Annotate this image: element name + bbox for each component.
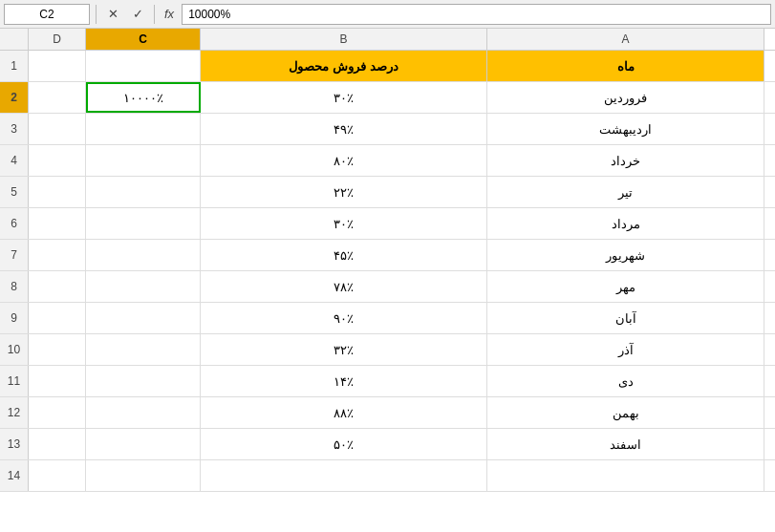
cell-d12[interactable] xyxy=(29,397,86,428)
table-row: 11 ۱۴٪ دی xyxy=(0,366,775,397)
cell-c6[interactable] xyxy=(86,208,201,239)
cell-b8[interactable]: ۷۸٪ xyxy=(201,271,487,302)
table-row: 1 درصد فروش محصول ماه xyxy=(0,51,775,82)
cell-d8[interactable] xyxy=(29,271,86,302)
cell-a12[interactable]: بهمن xyxy=(487,397,764,428)
cell-a1[interactable]: ماه xyxy=(487,51,764,81)
formula-input[interactable]: 10000% xyxy=(182,4,771,25)
row-num-8: 8 xyxy=(0,271,29,302)
table-row: 5 ۲۲٪ تیر xyxy=(0,177,775,208)
cell-reference-box[interactable]: C2 xyxy=(4,4,90,25)
cancel-button[interactable]: ✕ xyxy=(102,4,123,25)
cell-a10[interactable]: آذر xyxy=(487,334,764,365)
cell-c14[interactable] xyxy=(86,460,201,491)
cell-d11[interactable] xyxy=(29,366,86,396)
row-num-11: 11 xyxy=(0,366,29,396)
cell-b5[interactable]: ۲۲٪ xyxy=(201,177,487,207)
column-headers-row: D C B A xyxy=(0,29,775,51)
cell-b14[interactable] xyxy=(201,460,487,491)
cell-c12[interactable] xyxy=(86,397,201,428)
confirm-button[interactable]: ✓ xyxy=(127,4,148,25)
cell-c11[interactable] xyxy=(86,366,201,396)
cell-a5[interactable]: تیر xyxy=(487,177,764,207)
spreadsheet-body: 2 ۱۰۰۰۰٪ ۳۰٪ فروردین 3 ۴۹٪ اردیبهشت 4 ۸۰… xyxy=(0,82,775,460)
row-num-13: 13 xyxy=(0,429,29,459)
cell-b7[interactable]: ۴۵٪ xyxy=(201,240,487,270)
col-header-c[interactable]: C xyxy=(86,29,201,50)
row-num-5: 5 xyxy=(0,177,29,207)
cell-a14[interactable] xyxy=(487,460,764,491)
cell-c10[interactable] xyxy=(86,334,201,365)
cell-d9[interactable] xyxy=(29,303,86,333)
toolbar-divider-2 xyxy=(154,5,155,24)
table-row: 4 ۸۰٪ خرداد xyxy=(0,145,775,177)
table-row: 14 xyxy=(0,460,775,492)
table-row: 10 ۳۲٪ آذر xyxy=(0,334,775,366)
spreadsheet: D C B A 1 درصد فروش محصول ماه 2 ۱۰۰۰۰٪ ۳… xyxy=(0,29,775,492)
formula-bar-container: C2 ✕ ✓ fx 10000% xyxy=(0,0,775,29)
cell-d5[interactable] xyxy=(29,177,86,207)
cell-b11[interactable]: ۱۴٪ xyxy=(201,366,487,396)
cell-b3[interactable]: ۴۹٪ xyxy=(201,114,487,144)
cell-c1[interactable] xyxy=(86,51,201,81)
row-num-2: 2 xyxy=(0,82,29,113)
cell-b9[interactable]: ۹۰٪ xyxy=(201,303,487,333)
row-num-12: 12 xyxy=(0,397,29,428)
cell-a4[interactable]: خرداد xyxy=(487,145,764,176)
cell-c5[interactable] xyxy=(86,177,201,207)
cell-a3[interactable]: اردیبهشت xyxy=(487,114,764,144)
cell-a11[interactable]: دی xyxy=(487,366,764,396)
cell-d4[interactable] xyxy=(29,145,86,176)
cell-d2[interactable] xyxy=(29,82,86,113)
cell-b1[interactable]: درصد فروش محصول xyxy=(201,51,487,81)
cell-c3[interactable] xyxy=(86,114,201,144)
cell-d3[interactable] xyxy=(29,114,86,144)
table-row: 7 ۴۵٪ شهریور xyxy=(0,240,775,271)
table-row: 6 ۳۰٪ مرداد xyxy=(0,208,775,240)
corner-cell xyxy=(0,29,29,50)
cell-b12[interactable]: ۸۸٪ xyxy=(201,397,487,428)
fx-label: fx xyxy=(164,7,174,21)
cell-c13[interactable] xyxy=(86,429,201,459)
table-row: 2 ۱۰۰۰۰٪ ۳۰٪ فروردین xyxy=(0,82,775,114)
cell-c7[interactable] xyxy=(86,240,201,270)
cell-d7[interactable] xyxy=(29,240,86,270)
cell-a6[interactable]: مرداد xyxy=(487,208,764,239)
cell-d10[interactable] xyxy=(29,334,86,365)
cell-d1[interactable] xyxy=(29,51,86,81)
row-num-14: 14 xyxy=(0,460,29,491)
col-header-a[interactable]: A xyxy=(487,29,764,50)
cell-d6[interactable] xyxy=(29,208,86,239)
cell-d13[interactable] xyxy=(29,429,86,459)
toolbar-divider-1 xyxy=(96,5,97,24)
row-num-7: 7 xyxy=(0,240,29,270)
cell-a7[interactable]: شهریور xyxy=(487,240,764,270)
row-num-9: 9 xyxy=(0,303,29,333)
cell-c9[interactable] xyxy=(86,303,201,333)
row-num-6: 6 xyxy=(0,208,29,239)
cell-b2[interactable]: ۳۰٪ xyxy=(201,82,487,113)
cell-c8[interactable] xyxy=(86,271,201,302)
row-num-3: 3 xyxy=(0,114,29,144)
cell-c4[interactable] xyxy=(86,145,201,176)
table-row: 9 ۹۰٪ آبان xyxy=(0,303,775,334)
table-row: 3 ۴۹٪ اردیبهشت xyxy=(0,114,775,145)
cell-a9[interactable]: آبان xyxy=(487,303,764,333)
cell-a8[interactable]: مهر xyxy=(487,271,764,302)
cell-b4[interactable]: ۸۰٪ xyxy=(201,145,487,176)
cell-a13[interactable]: اسفند xyxy=(487,429,764,459)
cell-b6[interactable]: ۳۰٪ xyxy=(201,208,487,239)
cell-b13[interactable]: ۵۰٪ xyxy=(201,429,487,459)
col-header-b[interactable]: B xyxy=(201,29,487,50)
row-num-10: 10 xyxy=(0,334,29,365)
cell-b10[interactable]: ۳۲٪ xyxy=(201,334,487,365)
row-num-4: 4 xyxy=(0,145,29,176)
col-header-d[interactable]: D xyxy=(29,29,86,50)
table-row: 12 ۸۸٪ بهمن xyxy=(0,397,775,429)
cell-d14[interactable] xyxy=(29,460,86,491)
table-row: 8 ۷۸٪ مهر xyxy=(0,271,775,303)
table-row: 13 ۵۰٪ اسفند xyxy=(0,429,775,460)
row-num-1: 1 xyxy=(0,51,29,81)
cell-a2[interactable]: فروردین xyxy=(487,82,764,113)
cell-c2[interactable]: ۱۰۰۰۰٪ xyxy=(86,82,201,113)
